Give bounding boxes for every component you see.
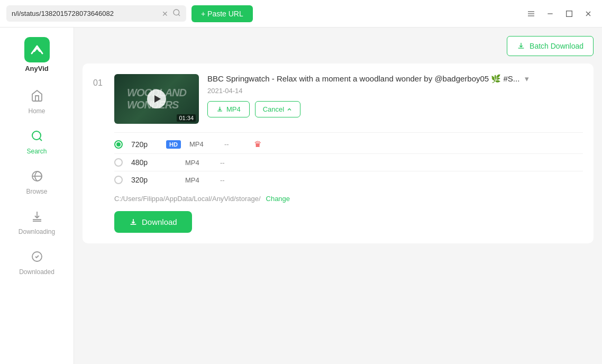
svg-point-0 xyxy=(174,10,179,15)
video-date: 2021-04-14 xyxy=(207,87,583,95)
sidebar-item-downloaded[interactable]: Downloaded xyxy=(4,245,69,281)
divider xyxy=(114,132,583,133)
logo-area: AnyVid xyxy=(24,33,50,81)
sidebar-item-search-label: Search xyxy=(26,148,47,155)
quality-resolution-320p: 320p xyxy=(131,176,158,184)
search-icon xyxy=(172,8,181,19)
url-text: n/i/status/1382015728073646082 xyxy=(12,10,158,17)
video-duration: 01:34 xyxy=(177,114,196,122)
sidebar-item-browse[interactable]: Browse xyxy=(4,165,69,201)
quality-format-480p: MP4 xyxy=(185,159,212,167)
crown-icon: ♛ xyxy=(254,139,261,149)
content-area: Batch Download 01 WOODLANDWONDERS 01:34 xyxy=(74,28,602,364)
batch-download-button[interactable]: Batch Download xyxy=(507,36,594,56)
storage-row: C:/Users/Filippa/AppData/Local/AnyVid/st… xyxy=(114,195,583,203)
quality-size-480p: -- xyxy=(220,159,241,167)
quality-resolution-480p: 480p xyxy=(131,158,158,167)
browse-icon xyxy=(31,170,43,186)
quality-size-320p: -- xyxy=(220,176,241,184)
main-layout: AnyVid Home Search xyxy=(0,28,602,364)
change-path-button[interactable]: Change xyxy=(266,195,290,203)
sidebar-item-browse-label: Browse xyxy=(26,188,47,195)
video-title: BBC Springwatch - Relax with a moment a … xyxy=(207,74,583,84)
quality-row-720p: 720p HD MP4 -- ♛ xyxy=(114,135,583,154)
menu-button[interactable] xyxy=(524,6,539,21)
svg-rect-6 xyxy=(567,11,572,16)
video-thumbnail[interactable]: WOODLANDWONDERS 01:34 xyxy=(114,74,199,124)
svg-line-10 xyxy=(39,139,41,141)
video-actions: MP4 Cancel xyxy=(207,101,583,117)
storage-path: C:/Users/Filippa/AppData/Local/AnyVid/st… xyxy=(114,195,261,203)
quality-radio-720p[interactable] xyxy=(114,140,123,149)
mp4-button[interactable]: MP4 xyxy=(207,101,250,117)
svg-point-9 xyxy=(32,131,41,140)
quality-row-320p: 320p MP4 -- xyxy=(114,171,583,188)
sidebar-item-downloaded-label: Downloaded xyxy=(19,268,54,276)
video-index: 01 xyxy=(93,78,106,88)
home-icon xyxy=(31,89,43,105)
quality-radio-480p[interactable] xyxy=(114,158,123,167)
download-button[interactable]: Download xyxy=(114,211,192,233)
search-nav-icon xyxy=(31,130,43,145)
maximize-button[interactable] xyxy=(562,6,577,21)
window-controls xyxy=(524,6,596,21)
svg-line-1 xyxy=(178,14,180,16)
sidebar-item-search[interactable]: Search xyxy=(4,124,69,160)
app-logo xyxy=(24,37,50,62)
close-button[interactable] xyxy=(581,6,596,21)
sidebar: AnyVid Home Search xyxy=(0,28,74,364)
quality-badge-hd: HD xyxy=(166,140,181,149)
quality-resolution-720p: 720p xyxy=(131,140,158,149)
video-card: 01 WOODLANDWONDERS 01:34 BBC Springwatch… xyxy=(83,63,594,243)
quality-options: 720p HD MP4 -- ♛ 480p MP4 -- 320p xyxy=(114,135,583,188)
paste-url-button[interactable]: + Paste URL xyxy=(191,5,253,22)
minimize-button[interactable] xyxy=(543,6,558,21)
quality-row-480p: 480p MP4 -- xyxy=(114,154,583,171)
sidebar-item-home[interactable]: Home xyxy=(4,84,69,120)
url-clear-icon[interactable]: ✕ xyxy=(162,10,168,18)
video-header: 01 WOODLANDWONDERS 01:34 BBC Springwatch… xyxy=(93,74,583,124)
url-bar: n/i/status/1382015728073646082 ✕ xyxy=(6,5,186,22)
sidebar-item-downloading-label: Downloading xyxy=(19,228,55,235)
titlebar: n/i/status/1382015728073646082 ✕ + Paste… xyxy=(0,0,602,28)
quality-radio-320p[interactable] xyxy=(114,176,123,184)
video-info: BBC Springwatch - Relax with a moment a … xyxy=(207,74,583,117)
sidebar-item-home-label: Home xyxy=(28,107,45,115)
sidebar-item-downloading[interactable]: Downloading xyxy=(4,205,69,241)
downloaded-icon xyxy=(31,250,43,266)
quality-size-720p: -- xyxy=(224,140,245,148)
cancel-button[interactable]: Cancel xyxy=(255,101,300,117)
play-button[interactable] xyxy=(147,89,166,108)
expand-title-icon[interactable]: ▾ xyxy=(525,74,529,84)
quality-format-720p: MP4 xyxy=(189,140,216,148)
downloading-icon xyxy=(31,210,43,226)
app-name: AnyVid xyxy=(25,65,49,72)
quality-format-320p: MP4 xyxy=(185,176,212,184)
